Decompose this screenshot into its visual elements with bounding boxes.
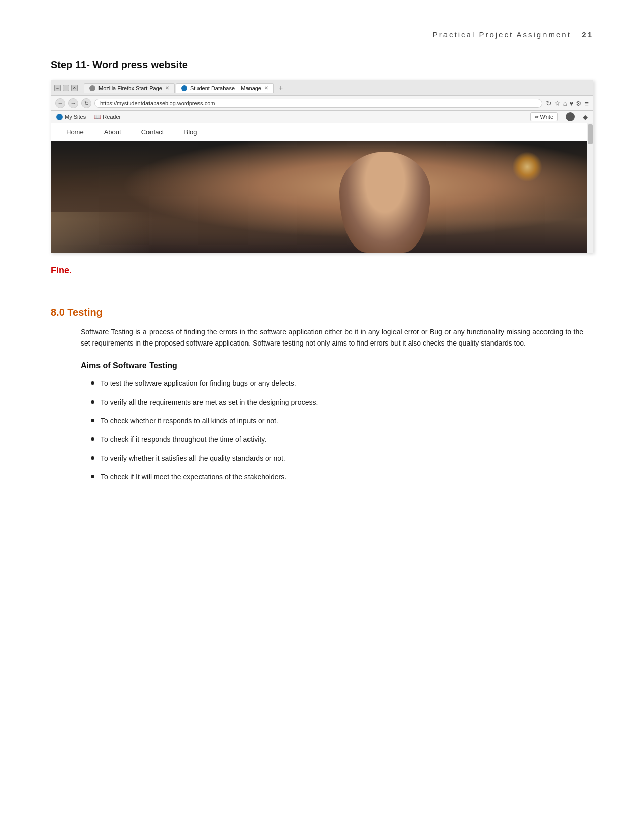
nav-contact[interactable]: Contact — [141, 128, 164, 136]
reader-icon: 📖 — [94, 114, 101, 120]
browser-body-wrapper: Home About Contact Blog — [51, 123, 593, 253]
window-controls: – □ ✕ — [54, 85, 78, 91]
bookmark-reader-label: Reader — [103, 114, 121, 120]
tab-student-database[interactable]: Student Database – Manage ✕ — [176, 83, 274, 93]
step-heading: Step 11- Word press website — [51, 59, 593, 71]
browser-bookmarks: My Sites 📖 Reader ✏ Write ◆ — [51, 111, 593, 123]
tab2-close-icon[interactable]: ✕ — [264, 85, 268, 91]
refresh-button[interactable]: ↻ — [81, 98, 91, 108]
page-header: Practical Project Assignment 21 — [51, 30, 593, 39]
list-item-text: To test the software application for fin… — [101, 378, 296, 389]
close-button[interactable]: ✕ — [71, 85, 78, 91]
wp-nav: Home About Contact Blog — [51, 123, 593, 141]
bookmark-mysites[interactable]: My Sites — [56, 114, 86, 120]
aims-list: To test the software application for fin… — [91, 378, 583, 482]
bullet-dot — [91, 419, 94, 422]
maximize-button[interactable]: □ — [63, 85, 69, 91]
star-icon[interactable]: ☆ — [554, 99, 561, 107]
write-button[interactable]: ✏ Write — [530, 112, 558, 121]
nav-blog[interactable]: Blog — [184, 128, 197, 136]
minimize-button[interactable]: – — [54, 85, 61, 91]
bullet-dot — [91, 381, 94, 385]
write-icon: ✏ — [535, 114, 539, 120]
menu-icon[interactable]: ≡ — [584, 99, 589, 108]
browser-toolbar: ← → ↻ https://mystudentdatabaseblog.word… — [51, 96, 593, 111]
back-button[interactable]: ← — [55, 98, 65, 108]
list-item-text: To check if it responds throughout the t… — [101, 434, 266, 445]
home-icon[interactable]: ⌂ — [563, 100, 567, 107]
nav-home[interactable]: Home — [66, 128, 84, 136]
refresh-icon[interactable]: ↻ — [546, 99, 552, 107]
address-text: https://mystudentdatabaseblog.wordpress.… — [100, 100, 215, 106]
list-item: To check whether it responds to all kind… — [91, 416, 583, 426]
list-item: To check if It will meet the expectation… — [91, 472, 583, 482]
bookmark-icon[interactable]: ♥ — [570, 100, 574, 107]
nav-about[interactable]: About — [104, 128, 121, 136]
address-bar[interactable]: https://mystudentdatabaseblog.wordpress.… — [94, 99, 542, 108]
list-item-text: To verify whether it satisfies all the q… — [101, 453, 285, 464]
scrollbar-thumb[interactable] — [588, 124, 593, 144]
browser-scrollbar[interactable] — [587, 123, 593, 253]
tab1-label: Mozilla Firefox Start Page — [98, 85, 162, 91]
wp-content: Home About Contact Blog — [51, 123, 593, 253]
tab-firefox-start[interactable]: Mozilla Firefox Start Page ✕ — [84, 83, 175, 93]
settings-icon[interactable]: ⚙ — [576, 100, 582, 107]
tab2-label: Student Database – Manage — [190, 85, 261, 91]
section-heading: 8.0 Testing — [51, 307, 593, 318]
forward-button[interactable]: → — [68, 98, 78, 108]
bookmark-mysites-label: My Sites — [65, 114, 86, 120]
section-divider — [51, 291, 593, 291]
bullet-dot — [91, 475, 94, 478]
list-item: To check if it responds throughout the t… — [91, 434, 583, 445]
tab-favicon-2 — [181, 85, 187, 91]
list-item: To verify whether it satisfies all the q… — [91, 453, 583, 464]
page-number: 21 — [582, 30, 593, 39]
browser-screenshot: – □ ✕ Mozilla Firefox Start Page ✕ Stude… — [51, 80, 593, 253]
section-body-text: Software Testing is a process of finding… — [81, 326, 583, 349]
bookmark-reader[interactable]: 📖 Reader — [94, 114, 121, 120]
new-tab-button[interactable]: + — [275, 82, 287, 93]
list-item-text: To check if It will meet the expectation… — [101, 472, 286, 482]
hero-figure — [339, 152, 430, 253]
wp-hero-image — [51, 141, 593, 253]
wp-icon — [56, 114, 63, 120]
list-item-text: To check whether it responds to all kind… — [101, 416, 278, 426]
list-item-text: To verify all the requirements are met a… — [101, 397, 318, 408]
bullet-dot — [91, 437, 94, 441]
toolbar-icons: ↻ ☆ ⌂ ♥ ⚙ ≡ — [546, 99, 589, 108]
notifications-icon[interactable]: ◆ — [583, 113, 588, 121]
tab-favicon-1 — [89, 85, 95, 91]
browser-titlebar: – □ ✕ Mozilla Firefox Start Page ✕ Stude… — [51, 80, 593, 96]
list-item: To verify all the requirements are met a… — [91, 397, 583, 408]
fine-label: Fine. — [51, 265, 593, 276]
aims-subheading: Aims of Software Testing — [81, 361, 593, 370]
write-label: Write — [540, 114, 553, 120]
user-avatar[interactable] — [566, 112, 575, 121]
bullet-dot — [91, 456, 94, 460]
tab1-close-icon[interactable]: ✕ — [165, 85, 169, 91]
list-item: To test the software application for fin… — [91, 378, 583, 389]
browser-tabs: Mozilla Firefox Start Page ✕ Student Dat… — [84, 82, 590, 93]
page-title-label: Practical Project Assignment — [433, 30, 571, 39]
bullet-dot — [91, 400, 94, 404]
